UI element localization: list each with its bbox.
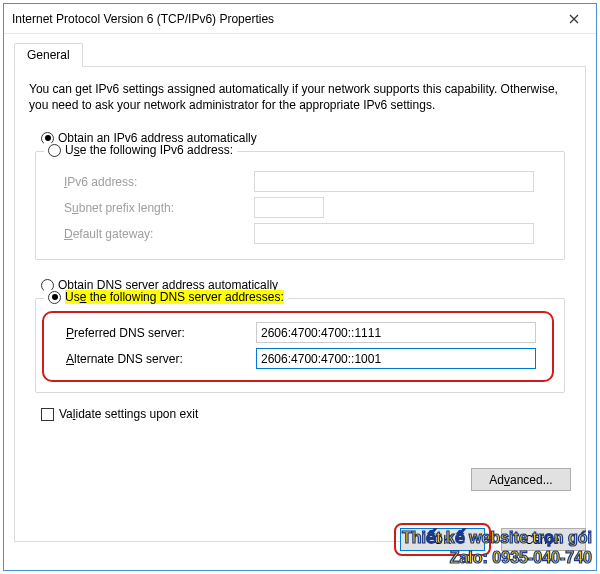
radio-ip-manual[interactable]: Use the following IPv6 address: (44, 143, 237, 157)
ok-highlight: OK (394, 523, 491, 556)
radio-dns-manual[interactable]: Use the following DNS server addresses: (44, 290, 288, 304)
advanced-button[interactable]: Advanced... (471, 468, 571, 491)
alternate-dns-input[interactable] (256, 348, 536, 369)
radio-icon (48, 291, 61, 304)
checkbox-icon (41, 408, 54, 421)
properties-dialog: Internet Protocol Version 6 (TCP/IPv6) P… (3, 3, 597, 571)
validate-label: Validate settings upon exit (59, 407, 198, 421)
ip-group: Use the following IPv6 address: IPv6 add… (35, 151, 565, 260)
dns-group: Use the following DNS server addresses: … (35, 298, 565, 393)
tab-general[interactable]: General (14, 43, 83, 67)
intro-text: You can get IPv6 settings assigned autom… (29, 81, 571, 113)
validate-checkbox-row[interactable]: Validate settings upon exit (41, 407, 561, 421)
ipv6-address-label: IPv6 address: (64, 175, 254, 189)
default-gateway-label: Default gateway: (64, 227, 254, 241)
radio-label: Use the following DNS server addresses: (65, 290, 284, 304)
radio-label: Use the following IPv6 address: (65, 143, 233, 157)
titlebar: Internet Protocol Version 6 (TCP/IPv6) P… (4, 4, 596, 34)
cancel-button[interactable]: Cancel (501, 528, 586, 551)
subnet-prefix-input (254, 197, 324, 218)
ipv6-address-input (254, 171, 534, 192)
alternate-dns-label: Alternate DNS server: (66, 352, 256, 366)
preferred-dns-label: Preferred DNS server: (66, 326, 256, 340)
ok-button[interactable]: OK (400, 528, 485, 551)
window-title: Internet Protocol Version 6 (TCP/IPv6) P… (12, 12, 551, 26)
close-button[interactable] (551, 4, 596, 34)
subnet-prefix-label: Subnet prefix length: (64, 201, 254, 215)
dns-highlight-box: Preferred DNS server: Alternate DNS serv… (42, 311, 554, 382)
tab-panel-general: You can get IPv6 settings assigned autom… (14, 66, 586, 542)
close-icon (569, 14, 579, 24)
radio-icon (48, 144, 61, 157)
default-gateway-input (254, 223, 534, 244)
preferred-dns-input[interactable] (256, 322, 536, 343)
